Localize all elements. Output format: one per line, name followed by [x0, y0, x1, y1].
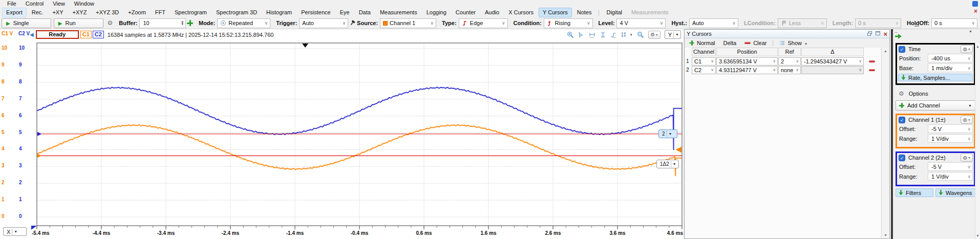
- tab-y-cursors[interactable]: Y Cursors: [539, 8, 572, 17]
- fit-height-icon[interactable]: [600, 32, 606, 38]
- menu-item-control[interactable]: Control: [21, 0, 48, 8]
- c2-badge[interactable]: C2: [93, 31, 104, 38]
- tab-audio[interactable]: Audio: [481, 8, 503, 17]
- scroll-up-icon[interactable]: ▲: [976, 45, 979, 48]
- channel1-checkbox[interactable]: ✓: [899, 117, 905, 123]
- trigger-select[interactable]: Auto∨: [299, 18, 348, 28]
- tab-xyz[interactable]: +XYZ: [69, 8, 91, 17]
- tab-fft[interactable]: FFT: [151, 8, 169, 17]
- panel-splitter[interactable]: [891, 29, 893, 239]
- type-select[interactable]: Edge∨: [459, 18, 508, 28]
- channel2-checkbox[interactable]: ✓: [899, 155, 905, 161]
- buffer-spinner[interactable]: ▲▼: [181, 20, 184, 26]
- maximize-panel-icon[interactable]: [875, 31, 881, 37]
- buffer-input[interactable]: 10 ▲▼: [139, 18, 186, 28]
- cursor1-delta-select[interactable]: -1.2945343427 V∨: [801, 57, 864, 66]
- window-scrollbar[interactable]: ▲ ▼: [975, 43, 980, 239]
- collapse-axis-icon[interactable]: ◀: [30, 32, 34, 37]
- measure-step-icon[interactable]: [610, 32, 617, 38]
- tab-counter[interactable]: Counter: [452, 8, 480, 17]
- options-button[interactable]: ⚙ Options: [897, 90, 928, 97]
- show-menu-button[interactable]: Show ▼: [776, 39, 811, 47]
- cursor-delta-marker[interactable]: 1Δ2 ▼: [656, 160, 679, 168]
- channel1-settings-button[interactable]: ⚙▼: [961, 116, 973, 124]
- tab-notes[interactable]: Notes: [573, 8, 596, 17]
- c1-badge[interactable]: C1: [80, 31, 92, 38]
- channel2-offset-select[interactable]: -5 V∨: [928, 162, 973, 171]
- hysteresis-select[interactable]: Auto∨: [689, 18, 738, 28]
- add-acquisition-icon[interactable]: [187, 20, 193, 26]
- menu-item-window[interactable]: Window: [70, 0, 99, 8]
- rate-samples-button[interactable]: Rate, Samples...: [898, 74, 973, 81]
- wavegens-button[interactable]: Wavegens: [935, 188, 975, 197]
- tab-spectrogram[interactable]: Spectrogram: [171, 8, 211, 17]
- quad-view-icon[interactable]: 1 23 4: [621, 32, 625, 37]
- channel2-range-select[interactable]: 1 V/div∨: [928, 172, 973, 181]
- single-button[interactable]: ▶ Single: [2, 18, 51, 28]
- scroll-down-icon[interactable]: ▼: [884, 233, 887, 237]
- waveform-canvas[interactable]: -5.4 ms-4.4 ms-3.4 ms-2.4 ms-1.4 ms-0.4 …: [31, 41, 686, 239]
- cursor2-position-select[interactable]: 4.931129477 V∨: [716, 66, 778, 74]
- zoom-in-icon[interactable]: [567, 31, 574, 38]
- tab-export[interactable]: Export: [2, 8, 27, 17]
- tab-x-cursors[interactable]: X Cursors: [504, 8, 538, 17]
- add-channel-button[interactable]: Add Channel ▼: [896, 100, 975, 111]
- tab-xyz-3d[interactable]: +XYZ 3D: [92, 8, 123, 17]
- clear-cursors-button[interactable]: Clear: [741, 39, 770, 47]
- toolbar-overflow-button[interactable]: ...: [914, 21, 919, 28]
- tab-zoom[interactable]: +Zoom: [124, 8, 150, 17]
- time-position-select[interactable]: -400 us∨: [928, 54, 973, 62]
- filters-button[interactable]: Filters: [896, 188, 933, 197]
- tab-rec[interactable]: Rec.: [28, 8, 48, 17]
- tab-xy[interactable]: +XY: [48, 8, 67, 17]
- cursor1-ref-select[interactable]: 2∨: [778, 57, 801, 66]
- cursor1-position-select[interactable]: 3.636595134 V∨: [716, 57, 778, 66]
- mode-select[interactable]: Repeated∨: [217, 18, 270, 28]
- menu-item-view[interactable]: View: [48, 0, 70, 8]
- scroll-down-icon[interactable]: ▼: [976, 234, 979, 237]
- cursor2-ref-select[interactable]: none∨: [778, 66, 801, 74]
- menu-item-file[interactable]: File: [3, 0, 21, 8]
- tab-histogram[interactable]: Histogram: [262, 8, 296, 17]
- time-settings-button[interactable]: ⚙▼: [961, 45, 973, 53]
- tab-eye[interactable]: Eye: [336, 8, 354, 17]
- acquisition-settings-gear-icon[interactable]: ⚙: [108, 19, 113, 27]
- cursor2-channel-select[interactable]: C2∨: [692, 66, 716, 74]
- holdoff-select[interactable]: 0 s∨: [931, 18, 977, 28]
- panel-expand-arrow-icon[interactable]: [895, 34, 902, 40]
- delta-cursor-button[interactable]: Delta: [719, 39, 740, 47]
- run-button[interactable]: ▶ Run: [54, 18, 103, 28]
- scroll-up-icon[interactable]: ▲: [884, 49, 887, 53]
- close-panel-icon[interactable]: ×: [883, 31, 887, 37]
- tab-persistence[interactable]: Persistence: [297, 8, 334, 17]
- close-instrument-icon[interactable]: ×: [974, 8, 977, 14]
- source-select[interactable]: Channel 1∨: [380, 18, 436, 28]
- condition-select[interactable]: Rising∨: [544, 18, 593, 28]
- channel1-range-select[interactable]: 1 V/div∨: [928, 134, 973, 143]
- x-axis-select-button[interactable]: X ▼: [3, 227, 27, 236]
- level-select[interactable]: 4 V∨: [616, 18, 666, 28]
- panel-menu-caret-icon[interactable]: ▼: [969, 30, 972, 33]
- channel1-offset-select[interactable]: -5 V∨: [928, 124, 973, 133]
- time-base-select[interactable]: 1 ms/div∨: [928, 63, 973, 72]
- plot-settings-button[interactable]: ⚙▼: [648, 31, 661, 39]
- y-scale-select[interactable]: Y ▼: [665, 30, 681, 39]
- cursor1-channel-select[interactable]: C1∨: [692, 57, 716, 66]
- tab-logging[interactable]: Logging: [422, 8, 451, 17]
- tab-spectrogram-3d[interactable]: Spectrogram 3D: [212, 8, 261, 17]
- time-checkbox[interactable]: ✓: [899, 46, 905, 53]
- tab-measurements[interactable]: Measurements: [376, 8, 421, 17]
- channel2-settings-button[interactable]: ⚙▼: [961, 154, 973, 162]
- tab-digital[interactable]: Digital: [602, 8, 626, 17]
- cursor2-marker[interactable]: 2 ▼: [658, 129, 677, 138]
- view-menu-caret-icon[interactable]: ▼: [630, 33, 633, 36]
- remove-cursor2-button[interactable]: [864, 69, 880, 71]
- pointer-icon[interactable]: [578, 32, 585, 38]
- zoom-icon[interactable]: [637, 31, 644, 38]
- cursor-table-scrollbar[interactable]: ▲ ▼: [881, 48, 889, 238]
- undock-panel-icon[interactable]: [867, 31, 872, 37]
- fit-width-icon[interactable]: [589, 32, 595, 38]
- tab-data[interactable]: Data: [355, 8, 375, 17]
- add-normal-cursor-button[interactable]: Normal: [686, 39, 718, 47]
- remove-cursor1-button[interactable]: [864, 60, 880, 62]
